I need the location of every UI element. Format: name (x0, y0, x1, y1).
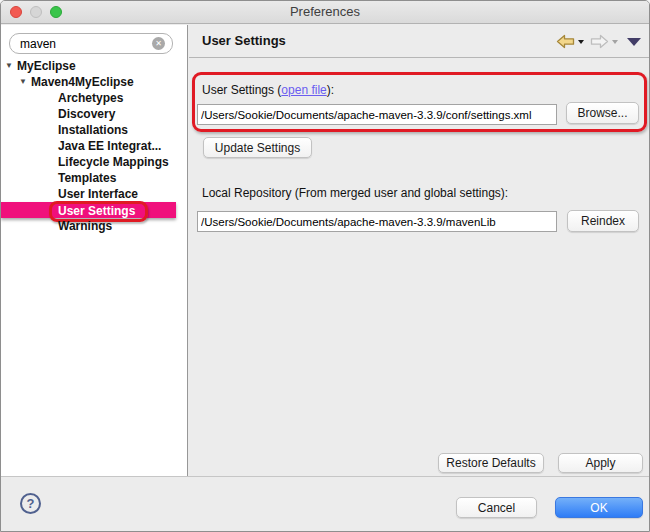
label-text: ): (327, 83, 334, 97)
forward-dropdown-caret-icon (612, 40, 618, 44)
restore-defaults-button[interactable]: Restore Defaults (438, 453, 544, 473)
update-settings-button[interactable]: Update Settings (203, 137, 312, 158)
filter-search-input[interactable] (9, 33, 173, 54)
tree-item-label: Archetypes (58, 91, 123, 105)
dialog-footer: ? Cancel OK (1, 476, 649, 531)
sidebar-item-templates[interactable]: Templates (1, 170, 187, 186)
sidebar-item-maven4myeclipse[interactable]: ▼ Maven4MyEclipse (1, 74, 187, 90)
minimize-button[interactable] (30, 6, 42, 18)
tree-item-label: Java EE Integrat... (58, 139, 161, 153)
tree-item-label: Templates (58, 171, 116, 185)
tree-item-label: Lifecycle Mappings (58, 155, 169, 169)
user-settings-file-label: User Settings (open file): (202, 83, 334, 97)
clear-search-icon[interactable]: ✕ (152, 37, 165, 50)
expander-triangle-icon[interactable]: ▼ (5, 58, 13, 74)
view-menu-icon[interactable] (627, 38, 641, 46)
tree-item-label: Maven4MyEclipse (31, 75, 134, 89)
sidebar-item-myeclipse[interactable]: ▼ MyEclipse (1, 58, 187, 74)
tree-item-label: Installations (58, 123, 128, 137)
ok-button[interactable]: OK (555, 497, 643, 518)
expander-triangle-icon[interactable]: ▼ (19, 74, 27, 90)
label-text: User Settings ( (202, 83, 281, 97)
sidebar-item-warnings[interactable]: Warnings (1, 218, 187, 234)
back-arrow-icon (556, 34, 575, 49)
browse-button[interactable]: Browse... (566, 102, 639, 124)
preferences-window: Preferences ✕ ▼ MyEclipse ▼ Maven4MyEcli… (0, 0, 650, 532)
zoom-button[interactable] (50, 6, 62, 18)
traffic-lights (10, 6, 62, 18)
tree-item-label: MyEclipse (17, 59, 76, 73)
history-navigation (550, 34, 641, 49)
preferences-tree: ▼ MyEclipse ▼ Maven4MyEclipse Archetypes… (1, 58, 187, 234)
tree-item-label: User Interface (58, 187, 138, 201)
sidebar-item-java-ee-integration[interactable]: Java EE Integrat... (1, 138, 187, 154)
open-file-link[interactable]: open file (281, 83, 326, 97)
window-title: Preferences (1, 1, 649, 23)
help-button[interactable]: ? (20, 493, 41, 514)
sidebar-item-lifecycle-mappings[interactable]: Lifecycle Mappings (1, 154, 187, 170)
reindex-button[interactable]: Reindex (567, 210, 639, 232)
back-dropdown-caret-icon[interactable] (578, 40, 584, 44)
titlebar: Preferences (1, 1, 649, 24)
panel-header: User Settings (189, 25, 649, 58)
sidebar-item-user-settings[interactable]: User Settings (1, 202, 176, 218)
forward-arrow-icon (590, 34, 609, 49)
sidebar-item-user-interface[interactable]: User Interface (1, 186, 187, 202)
sidebar-item-archetypes[interactable]: Archetypes (1, 90, 187, 106)
tree-item-label: User Settings (58, 204, 135, 218)
sidebar-item-installations[interactable]: Installations (1, 122, 187, 138)
forward-button-disabled[interactable] (590, 34, 618, 49)
tree-item-label: Warnings (58, 219, 112, 233)
tree-item-label: Discovery (58, 107, 115, 121)
cancel-button[interactable]: Cancel (456, 497, 537, 518)
local-repository-path-field[interactable] (197, 211, 557, 232)
preferences-sidebar: ✕ ▼ MyEclipse ▼ Maven4MyEclipse Archetyp… (1, 25, 188, 476)
local-repository-label: Local Repository (From merged user and g… (202, 186, 508, 200)
sidebar-item-discovery[interactable]: Discovery (1, 106, 187, 122)
user-settings-panel: User Settings User Setting (189, 25, 649, 476)
panel-title: User Settings (202, 33, 286, 48)
apply-button[interactable]: Apply (558, 453, 643, 473)
back-button[interactable] (556, 34, 584, 49)
settings-path-field[interactable] (197, 104, 557, 125)
close-button[interactable] (10, 6, 22, 18)
